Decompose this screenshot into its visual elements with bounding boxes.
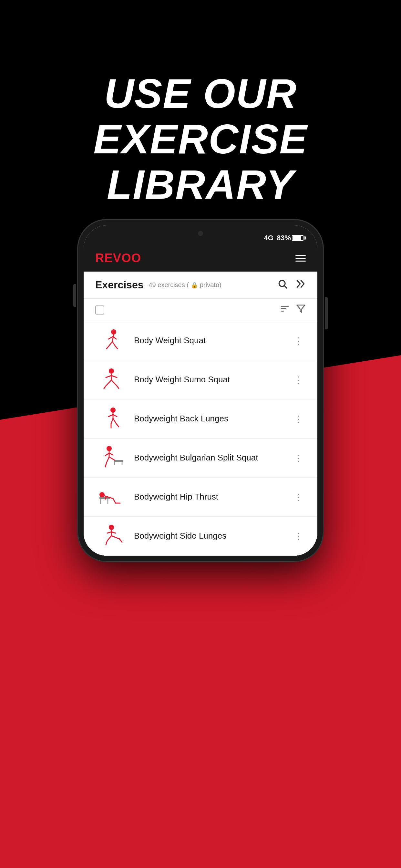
battery-percent: 83%: [277, 234, 291, 242]
svg-line-29: [116, 424, 119, 427]
svg-line-36: [109, 453, 113, 455]
svg-line-12: [112, 342, 116, 346]
exercise-item-body-weight-squat[interactable]: Body Weight Squat ⋮: [84, 321, 317, 361]
page-header-left: Exercises 49 exercises (🔒 privato): [95, 279, 221, 291]
exercise-item-body-weight-sumo-squat[interactable]: Body Weight Sumo Squat ⋮: [84, 361, 317, 399]
app-content: REVOO Exercises 49 exercises (🔒 privato): [84, 245, 317, 556]
exercise-thumbnail-body-weight-squat: [95, 328, 127, 353]
exercise-more-button-bodyweight-bulgarian-split-squat[interactable]: ⋮: [291, 450, 306, 466]
hamburger-line-1: [296, 255, 306, 256]
svg-line-37: [106, 457, 109, 463]
headline-line2: EXERCISE LIBRARY: [0, 117, 401, 208]
headline-section: USE OUR EXERCISE LIBRARY: [0, 71, 401, 207]
exercise-name-body-weight-sumo-squat: Body Weight Sumo Squat: [134, 374, 285, 385]
svg-line-10: [109, 342, 112, 346]
sort-icon-button[interactable]: [280, 304, 289, 316]
page-header: Exercises 49 exercises (🔒 privato): [84, 272, 317, 299]
svg-rect-30: [114, 460, 123, 462]
exercise-thumbnail-bodyweight-hip-thrust: [95, 484, 127, 510]
notch-dot: [198, 231, 203, 236]
svg-line-26: [111, 418, 113, 424]
person-icon-button[interactable]: [296, 279, 306, 291]
svg-line-24: [109, 414, 113, 416]
exercise-more-button-body-weight-sumo-squat[interactable]: ⋮: [291, 372, 306, 388]
svg-line-19: [104, 386, 106, 389]
exercise-list: Body Weight Squat ⋮: [84, 321, 317, 556]
lock-icon: 🔒: [191, 282, 198, 289]
svg-point-33: [106, 446, 112, 451]
page-header-right: [277, 279, 306, 291]
svg-line-54: [112, 536, 120, 539]
svg-line-8: [109, 337, 113, 339]
svg-line-25: [113, 414, 117, 416]
app-logo: REVOO: [95, 251, 141, 265]
exercise-name-body-weight-squat: Body Weight Squat: [134, 335, 285, 346]
exercise-thumbnail-bodyweight-bulgarian-split-squat: [95, 445, 127, 471]
phone-mockup: 4G 83% REVOO: [78, 220, 323, 562]
svg-point-22: [111, 407, 116, 413]
page-title: Exercises: [95, 279, 143, 291]
svg-line-20: [112, 380, 117, 386]
svg-line-38: [105, 463, 106, 467]
exercise-name-bodyweight-side-lunges: Bodyweight Side Lunges: [134, 531, 285, 541]
svg-line-7: [112, 335, 114, 342]
svg-line-18: [106, 380, 112, 386]
phone-screen: 4G 83% REVOO: [84, 225, 317, 556]
svg-line-52: [107, 536, 112, 541]
svg-line-17: [112, 376, 117, 377]
battery-tip: [305, 237, 306, 240]
phone-notch: [165, 225, 236, 242]
svg-line-21: [117, 386, 119, 389]
battery-fill: [293, 236, 301, 240]
svg-line-45: [113, 499, 116, 503]
exercise-more-button-bodyweight-hip-thrust[interactable]: ⋮: [291, 489, 306, 505]
exercise-item-bodyweight-side-lunges[interactable]: Bodyweight Side Lunges ⋮: [84, 517, 317, 556]
filter-bar: [84, 299, 317, 321]
filter-icon-button[interactable]: [296, 304, 306, 316]
svg-point-48: [109, 525, 114, 530]
exercise-name-bodyweight-hip-thrust: Bodyweight Hip Thrust: [134, 492, 285, 502]
exercise-more-button-body-weight-squat[interactable]: ⋮: [291, 333, 306, 349]
exercises-count: 49 exercises (: [149, 281, 189, 289]
hamburger-line-3: [296, 260, 306, 261]
privacy-label: privato): [200, 281, 221, 289]
svg-marker-5: [297, 305, 305, 313]
exercise-item-bodyweight-back-lunges[interactable]: Bodyweight Back Lunges ⋮: [84, 399, 317, 438]
svg-line-11: [106, 346, 109, 349]
search-button[interactable]: [277, 279, 288, 291]
svg-line-39: [109, 457, 115, 460]
status-icons: 4G 83%: [264, 234, 306, 242]
exercise-item-bodyweight-bulgarian-split-squat[interactable]: Bodyweight Bulgarian Split Squat ⋮: [84, 438, 317, 477]
exercise-thumbnail-bodyweight-side-lunges: [95, 523, 127, 549]
svg-line-53: [106, 541, 107, 545]
svg-line-13: [116, 346, 118, 349]
svg-line-50: [107, 532, 112, 533]
signal-indicator: 4G: [264, 234, 274, 242]
exercise-item-bodyweight-hip-thrust[interactable]: Bodyweight Hip Thrust ⋮: [84, 477, 317, 517]
hamburger-menu-button[interactable]: [296, 255, 306, 261]
exercise-thumbnail-bodyweight-back-lunges: [95, 406, 127, 432]
exercise-more-button-bodyweight-back-lunges[interactable]: ⋮: [291, 411, 306, 427]
svg-line-1: [284, 286, 287, 288]
exercise-name-bodyweight-back-lunges: Bodyweight Back Lunges: [134, 413, 285, 424]
filter-icons: [280, 304, 306, 316]
svg-point-43: [99, 492, 104, 497]
app-navbar: REVOO: [84, 245, 317, 272]
svg-line-55: [120, 539, 122, 542]
exercises-meta: 49 exercises (🔒 privato): [149, 281, 221, 289]
select-all-checkbox[interactable]: [95, 306, 104, 314]
headline-line1: USE OUR: [0, 71, 401, 117]
battery-icon: 83%: [277, 234, 306, 242]
hamburger-line-2: [296, 258, 306, 259]
svg-line-51: [112, 532, 116, 533]
svg-line-35: [105, 453, 109, 456]
battery-body: [292, 235, 304, 241]
svg-line-28: [113, 418, 116, 424]
exercise-name-bodyweight-bulgarian-split-squat: Bodyweight Bulgarian Split Squat: [134, 453, 285, 463]
exercise-more-button-bodyweight-side-lunges[interactable]: ⋮: [291, 528, 306, 544]
phone-outer-shell: 4G 83% REVOO: [78, 220, 323, 562]
svg-point-14: [109, 368, 114, 374]
svg-line-16: [106, 376, 112, 377]
exercise-thumbnail-body-weight-sumo-squat: [95, 367, 127, 393]
svg-point-6: [111, 330, 116, 335]
